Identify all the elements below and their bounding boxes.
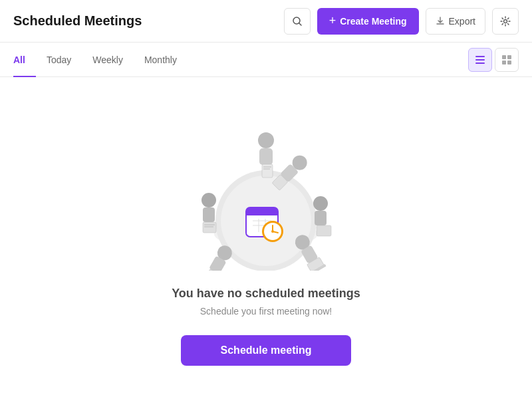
svg-rect-14 (259, 148, 273, 165)
svg-rect-4 (475, 59, 485, 61)
svg-point-13 (258, 132, 274, 148)
svg-rect-9 (507, 61, 511, 65)
svg-rect-34 (203, 207, 215, 222)
header: Scheduled Meetings + Create Meeting Expo… (0, 0, 532, 43)
settings-button[interactable] (492, 8, 519, 35)
gear-icon (500, 16, 511, 27)
grid-view-icon (501, 55, 512, 65)
tab-monthly[interactable]: Monthly (134, 43, 188, 77)
tab-weekly[interactable]: Weekly (82, 43, 134, 77)
grid-view-button[interactable] (495, 48, 519, 72)
header-actions: + Create Meeting Export (284, 8, 519, 35)
plus-icon: + (329, 14, 336, 28)
view-toggles (468, 48, 519, 72)
svg-rect-22 (315, 211, 327, 225)
svg-rect-7 (507, 55, 511, 59)
svg-rect-3 (475, 56, 485, 57)
tab-all[interactable]: All (13, 43, 36, 77)
list-view-icon (475, 55, 485, 65)
svg-point-50 (271, 230, 274, 233)
svg-rect-8 (502, 61, 506, 65)
search-button[interactable] (284, 8, 311, 35)
tab-today[interactable]: Today (36, 43, 82, 77)
empty-state-subtitle: Schedule you first meeting now! (200, 306, 332, 317)
svg-rect-15 (262, 164, 273, 178)
list-view-button[interactable] (468, 48, 492, 72)
export-button[interactable]: Export (426, 8, 485, 35)
svg-rect-5 (475, 63, 485, 64)
svg-rect-6 (502, 55, 506, 59)
tabs-left: All Today Weekly Monthly (13, 43, 188, 76)
export-icon (436, 17, 445, 26)
empty-state-title: You have no scheduled meetings (172, 287, 360, 301)
search-icon (292, 16, 303, 27)
svg-point-2 (504, 19, 507, 23)
svg-rect-41 (246, 211, 278, 215)
page-title: Scheduled Meetings (13, 13, 142, 29)
svg-point-33 (201, 193, 216, 207)
main-content: You have no scheduled meetings Schedule … (0, 77, 532, 399)
svg-rect-35 (203, 222, 216, 233)
svg-line-1 (299, 23, 301, 25)
create-meeting-button[interactable]: + Create Meeting (317, 8, 419, 35)
svg-rect-23 (317, 225, 331, 236)
svg-point-21 (313, 196, 328, 211)
schedule-meeting-button[interactable]: Schedule meeting (181, 335, 352, 366)
empty-state-illustration (186, 111, 346, 271)
tabs-bar: All Today Weekly Monthly (0, 43, 532, 77)
